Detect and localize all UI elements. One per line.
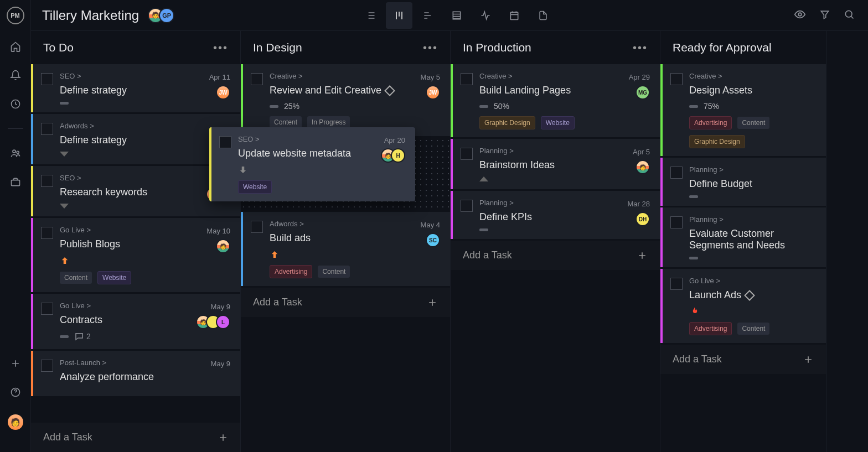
task-card[interactable]: Go Live >Launch AdsAdvertisingContent (660, 269, 826, 343)
user-avatar[interactable]: 🧑 (8, 414, 23, 430)
task-assignees[interactable]: SC (426, 233, 440, 247)
tag[interactable]: Graphic Design (689, 135, 745, 148)
task-category[interactable]: SEO > (60, 174, 230, 182)
visibility-icon[interactable] (794, 8, 806, 23)
team-icon[interactable] (9, 147, 22, 160)
task-checkbox[interactable] (41, 360, 53, 372)
task-assignees[interactable]: DH (636, 212, 650, 226)
column-menu-icon[interactable]: ••• (423, 41, 438, 54)
task-checkbox[interactable] (670, 278, 683, 290)
activity-view-icon[interactable] (472, 2, 499, 29)
column-menu-icon[interactable]: ••• (213, 41, 228, 54)
search-icon[interactable] (844, 9, 855, 22)
tag[interactable]: In Progress (307, 116, 350, 128)
task-checkbox[interactable] (670, 216, 683, 228)
tag[interactable]: Website (541, 116, 575, 129)
avatar[interactable]: JW (426, 85, 440, 100)
task-category[interactable]: Creative > (689, 72, 816, 80)
task-assignees[interactable]: 🧑 (216, 239, 230, 253)
task-checkbox[interactable] (670, 167, 683, 179)
filter-icon[interactable] (819, 9, 830, 22)
tag[interactable]: Content (737, 323, 769, 335)
tag[interactable]: Content (737, 117, 769, 129)
gantt-view-icon[interactable] (415, 2, 441, 29)
notifications-icon[interactable] (9, 69, 22, 82)
header-avatars[interactable]: 🧑 GP (148, 8, 174, 23)
avatar[interactable]: GP (159, 8, 174, 23)
task-assignees[interactable]: JW (216, 85, 230, 100)
task-category[interactable]: SEO > (60, 72, 230, 80)
task-assignees[interactable]: JW (426, 85, 440, 100)
add-task-button[interactable]: Add a Task (660, 345, 826, 374)
task-card[interactable]: SEO >Define strategyApr 11JW (31, 64, 240, 112)
tag[interactable]: Advertising (689, 322, 732, 335)
task-checkbox[interactable] (251, 221, 263, 233)
avatar[interactable]: L (216, 315, 230, 329)
add-task-button[interactable]: Add a Task (31, 423, 240, 452)
calendar-view-icon[interactable] (501, 2, 528, 29)
files-view-icon[interactable] (530, 2, 556, 29)
task-checkbox[interactable] (41, 227, 53, 239)
task-card[interactable]: Planning >Evaluate Customer Segments and… (660, 207, 826, 267)
tag[interactable]: Content (270, 116, 302, 128)
avatar[interactable]: JW (216, 85, 230, 100)
task-checkbox[interactable] (41, 123, 53, 135)
home-icon[interactable] (9, 40, 22, 53)
task-category[interactable]: Adwords > (270, 220, 440, 228)
avatar[interactable]: SC (426, 233, 440, 247)
recent-icon[interactable] (9, 97, 22, 111)
task-assignees[interactable]: 🧑L (196, 315, 230, 329)
task-card[interactable]: Go Live >ContractsMay 9🧑L2 (31, 294, 240, 349)
tag[interactable]: Website (238, 180, 272, 194)
task-category[interactable]: Go Live > (60, 302, 230, 310)
add-icon[interactable] (9, 357, 22, 370)
portfolio-icon[interactable] (9, 175, 22, 189)
task-card[interactable]: Go Live >Publish BlogsMay 10🧑ContentWebs… (31, 218, 240, 292)
tag[interactable]: Content (318, 266, 350, 278)
task-assignees[interactable]: 🧑 (636, 160, 650, 174)
task-card[interactable]: Creative >Review and Edit CreativeMay 5J… (241, 64, 450, 136)
dragging-card[interactable]: SEO > Update website metadata Apr 20 🧑 H… (209, 127, 415, 201)
task-checkbox[interactable] (41, 73, 53, 85)
avatar[interactable]: MG (636, 85, 650, 100)
task-checkbox[interactable] (461, 73, 473, 85)
task-category[interactable]: Go Live > (60, 226, 230, 234)
tag[interactable]: Content (60, 272, 92, 284)
task-card[interactable]: Planning >Define Budget (660, 158, 826, 206)
task-card[interactable]: Creative >Design Assets75%AdvertisingCon… (660, 64, 826, 156)
task-checkbox[interactable] (670, 73, 683, 85)
task-card[interactable]: Adwords >Build adsMay 4SCAdvertisingCont… (241, 212, 450, 286)
tag[interactable]: Advertising (689, 116, 732, 129)
list-view-icon[interactable] (357, 2, 384, 29)
avatar[interactable]: 🧑 (636, 160, 650, 174)
avatar[interactable]: H (391, 148, 405, 163)
task-card[interactable]: Planning >Define KPIsMar 28DH (451, 191, 660, 239)
help-icon[interactable] (9, 386, 22, 399)
task-checkbox[interactable] (41, 175, 53, 187)
task-card[interactable]: Planning >Brainstorm IdeasApr 5🧑 (451, 139, 660, 189)
task-assignees[interactable]: 🧑 H (381, 148, 405, 163)
task-card[interactable]: Post-Launch >Analyze performanceMay 9 (31, 351, 240, 396)
task-checkbox[interactable] (461, 200, 473, 212)
avatar[interactable]: DH (636, 212, 650, 226)
sheet-view-icon[interactable] (443, 2, 470, 29)
add-task-button[interactable]: Add a Task (451, 241, 660, 270)
task-checkbox[interactable] (461, 148, 473, 160)
add-task-button[interactable]: Add a Task (241, 288, 450, 317)
comments-count[interactable]: 2 (74, 331, 91, 341)
task-category[interactable]: Planning > (479, 147, 650, 155)
tag[interactable]: Website (97, 271, 131, 284)
task-checkbox[interactable] (41, 303, 53, 315)
task-category[interactable]: Creative > (479, 72, 650, 80)
board-view-icon[interactable] (386, 2, 412, 29)
tag[interactable]: Graphic Design (479, 116, 535, 129)
task-category[interactable]: Planning > (479, 199, 650, 207)
avatar[interactable]: 🧑 (216, 239, 230, 253)
column-menu-icon[interactable]: ••• (633, 41, 648, 54)
task-category[interactable]: Creative > (270, 72, 440, 80)
task-checkbox[interactable] (251, 73, 263, 85)
task-category[interactable]: Post-Launch > (60, 359, 230, 367)
tag[interactable]: Advertising (270, 265, 312, 278)
task-category[interactable]: Planning > (689, 215, 816, 224)
task-checkbox[interactable] (219, 136, 231, 148)
